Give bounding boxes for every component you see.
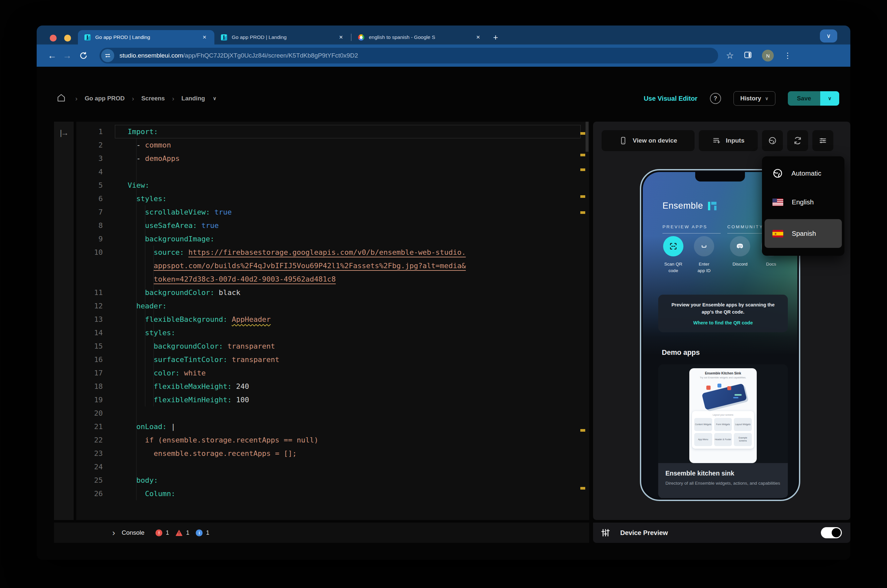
inputs-button[interactable]: Inputs — [699, 130, 758, 151]
language-button[interactable] — [762, 130, 783, 151]
line-number: 4 — [76, 165, 114, 178]
breadcrumb-item[interactable]: Landing — [181, 95, 205, 102]
line-number: 20 — [76, 406, 114, 420]
bookmark-star-icon[interactable]: ☆ — [726, 50, 734, 61]
code-line: 21 onLoad: | — [76, 420, 589, 434]
phone-action-app-id[interactable]: Enter app ID — [694, 236, 714, 274]
side-panel-icon[interactable] — [744, 51, 752, 60]
line-number: 23 — [76, 447, 114, 460]
code-line: 20 — [76, 406, 589, 420]
editor-scrollbar[interactable] — [586, 122, 588, 152]
warning-marker — [580, 487, 585, 490]
device-preview-toggle[interactable] — [821, 527, 842, 538]
code-line: 12 header: — [76, 299, 589, 313]
save-button[interactable]: Save — [788, 91, 820, 106]
google-icon — [358, 34, 364, 40]
new-tab-button[interactable]: + — [488, 30, 503, 45]
help-button[interactable]: ? — [710, 93, 721, 104]
action-label: Enter app ID — [698, 261, 711, 274]
back-button[interactable]: ← — [45, 51, 60, 61]
tab-search-button[interactable]: ∨ — [820, 29, 837, 42]
history-button[interactable]: History ∨ — [734, 91, 776, 106]
code-line: 10 source: https://firebasestorage.googl… — [76, 246, 589, 259]
home-icon[interactable] — [56, 93, 66, 104]
line-number: 24 — [76, 460, 114, 474]
minimize-window-button[interactable] — [64, 34, 71, 42]
qr-scan-icon — [663, 236, 683, 256]
code-line: 13 flexibleBackground: AppHeader — [76, 313, 589, 326]
collapsed-sidebar: |→ — [54, 122, 74, 520]
refresh-button[interactable] — [79, 51, 88, 60]
address-bar[interactable]: studio.ensembleui.com/app/FhQC7J2DjXTg0U… — [99, 48, 718, 63]
chevron-down-icon: ∨ — [827, 32, 831, 40]
language-option-english[interactable]: English — [765, 188, 842, 216]
close-window-button[interactable] — [50, 34, 57, 42]
tab-close-icon[interactable]: ✕ — [337, 34, 345, 41]
ensemble-icon — [221, 34, 227, 40]
app-id-icon — [694, 236, 714, 256]
code-line: 26 Column: — [76, 487, 589, 500]
browser-menu-icon[interactable]: ⋮ — [783, 51, 791, 60]
tab-close-icon[interactable]: ✕ — [200, 34, 209, 41]
warning-marker — [580, 195, 585, 198]
browser-tab[interactable]: Go app PROD | Landing✕ — [78, 30, 214, 45]
phone-action-discord[interactable]: Discord — [730, 236, 750, 267]
breadcrumb-item[interactable]: Go app PROD — [85, 95, 125, 102]
code-line: 11 backgroundColor: black — [76, 286, 589, 299]
ensemble-icon — [84, 34, 91, 40]
use-visual-editor-link[interactable]: Use Visual Editor — [644, 95, 698, 102]
language-label: Automatic — [791, 170, 821, 177]
widget-tile: Layout Widgets — [734, 418, 752, 431]
save-options-button[interactable]: ∨ — [820, 91, 839, 106]
breadcrumb-item[interactable]: Screens — [141, 95, 165, 102]
error-count: 1 — [165, 530, 169, 536]
error-icon: ! — [155, 530, 162, 536]
line-number: 15 — [76, 339, 114, 353]
language-option-spanish[interactable]: Spanish — [765, 219, 842, 248]
line-number: 19 — [76, 393, 114, 406]
tab-close-icon[interactable]: ✕ — [474, 34, 482, 41]
site-settings-icon[interactable] — [101, 49, 114, 62]
line-number: 21 — [76, 420, 114, 434]
reload-preview-button[interactable] — [787, 130, 808, 151]
chevron-down-icon: ∨ — [765, 96, 768, 101]
line-number: 17 — [76, 366, 114, 380]
language-option-automatic[interactable]: Automatic — [765, 159, 842, 188]
console-expand-icon[interactable]: › — [112, 528, 115, 538]
code-line: 23 ensemble.storage.recentApps = []; — [76, 447, 589, 460]
yaml-code-editor[interactable]: 1Import:2 - common3 - demoApps45View:6 s… — [76, 122, 589, 520]
qr-info-text: Preview your Ensemble apps by scanning t… — [668, 301, 778, 316]
code-line: 25 body: — [76, 474, 589, 487]
warning-count: 1 — [186, 530, 189, 536]
profile-avatar[interactable]: N — [762, 50, 774, 62]
widget-tile: Example screens — [734, 433, 752, 446]
warning-marker — [580, 429, 585, 432]
phone-action-qr-scan[interactable]: Scan QR code — [663, 236, 683, 274]
preview-settings-button[interactable] — [812, 130, 833, 151]
demo-illustration — [692, 381, 754, 411]
warning-marker — [580, 168, 585, 171]
line-number: 5 — [76, 178, 114, 192]
language-label: English — [792, 198, 814, 206]
line-number: 12 — [76, 299, 114, 313]
forward-button[interactable]: → — [60, 51, 75, 61]
line-number: 16 — [76, 353, 114, 366]
action-label: Docs — [766, 261, 776, 267]
chevron-down-icon[interactable]: ∨ — [213, 96, 216, 101]
code-lines: 1Import:2 - common3 - demoApps45View:6 s… — [76, 122, 589, 500]
code-line: token=427d38c3-007d-40d2-9003-49562ad481… — [76, 272, 589, 286]
language-menu: AutomaticEnglishSpanish — [762, 156, 845, 256]
line-number: 25 — [76, 474, 114, 487]
tab-title: english to spanish - Google S — [369, 34, 469, 40]
console-bar: › Console ! 1 1 i 1 — [54, 523, 589, 543]
code-line: 4 — [76, 165, 589, 178]
expand-panel-icon[interactable]: |→ — [54, 128, 74, 137]
browser-tab[interactable]: english to spanish - Google S✕ — [352, 30, 488, 45]
qr-info-link[interactable]: Where to find the QR code — [693, 320, 753, 326]
kitchen-sink-subtitle: Try out Ensemble widgets and capabilitie… — [692, 376, 754, 379]
browser-tab[interactable]: Go app PROD | Landing✕ — [214, 30, 351, 45]
view-on-device-button[interactable]: View on device — [601, 130, 695, 151]
studio-header: ›Go app PROD›Screens›Landing∨ Use Visual… — [37, 67, 850, 122]
app-brand: Ensemble — [663, 201, 717, 211]
demo-app-card[interactable]: Ensemble Kitchen Sink Try out Ensemble w… — [658, 364, 788, 498]
